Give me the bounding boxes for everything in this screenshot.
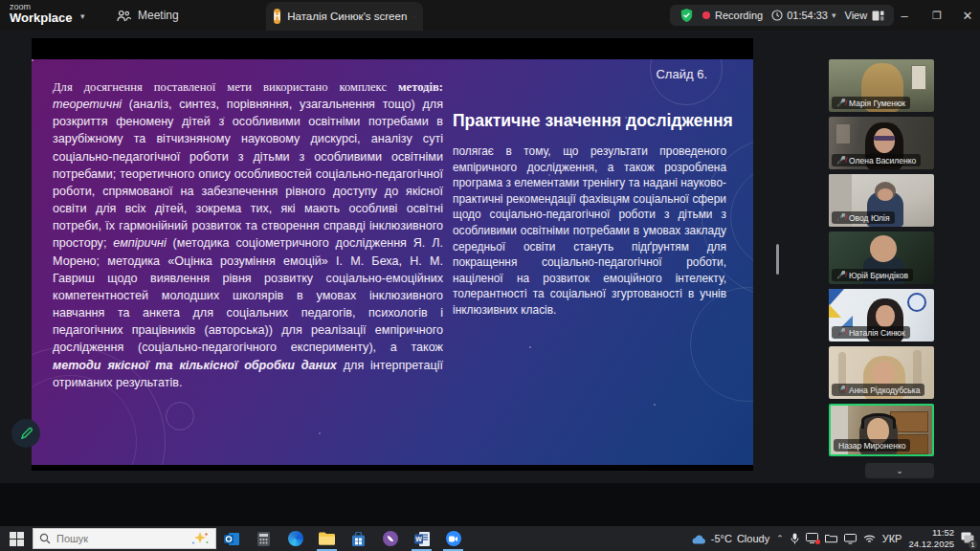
participant-tile[interactable]: 🎤̸ Овод Юлія — [829, 174, 934, 227]
tab-meeting[interactable]: Meeting — [107, 0, 189, 31]
pencil-icon — [19, 427, 33, 441]
participant-name: Овод Юлія — [849, 213, 890, 223]
taskbar-app-zoom[interactable] — [437, 526, 469, 551]
viewer-scrollbar[interactable] — [776, 244, 779, 275]
weather-condition: Cloudy — [737, 533, 769, 544]
tray-expand-chevron-icon[interactable]: ⌃ — [776, 534, 784, 543]
person-face — [876, 305, 895, 327]
outlook-icon — [224, 532, 240, 546]
tab-options-icon[interactable] — [413, 10, 415, 24]
search-icon — [39, 533, 51, 544]
minimize-button[interactable]: – — [890, 0, 919, 31]
taskbar-app-microsoft-store[interactable] — [343, 526, 374, 551]
notification-badge: 1 — [969, 540, 977, 549]
slide-star-decor — [32, 59, 33, 61]
title-bar: zoom Workplace ▾ Meeting Н Наталія Синюк… — [0, 0, 980, 31]
windows-taskbar: W -5°C Cloudy ⌃ — [0, 526, 980, 551]
taskbar-app-calculator[interactable] — [248, 526, 279, 551]
slide-right-column-text: полягає в тому, що результати проведеног… — [453, 143, 726, 319]
microsoft-store-icon — [351, 532, 366, 546]
zoom-meeting-window: zoom Workplace ▾ Meeting Н Наталія Синюк… — [0, 0, 980, 551]
recording-indicator[interactable]: Recording — [702, 10, 763, 21]
logo-decor — [907, 293, 926, 312]
tray-time: 11:52 — [932, 527, 954, 538]
participants-sidebar: 🎤̸ Марія Гуменюк 🎤̸ Олена Василенко — [819, 31, 980, 483]
participant-name: Олена Василенко — [849, 156, 916, 165]
close-button[interactable]: ✕ — [953, 0, 980, 31]
participant-name-tag: 🎤̸ Юрій Бриндіков — [832, 269, 913, 281]
participant-name-tag: 🎤̸ Анна Рідкодубська — [832, 384, 924, 396]
participant-tile-active-speaker[interactable]: Назар Мироненко — [829, 404, 934, 456]
meeting-toolbar: Audio ⌃ Video ⌃ 12 Participants ⌃ — [0, 483, 980, 526]
participant-tile[interactable]: 🎤̸ Марія Гуменюк — [829, 59, 934, 112]
participant-name-tag: Назар Мироненко — [834, 439, 910, 452]
tray-date: 24.12.2025 — [908, 539, 954, 549]
taskbar-app-viber[interactable] — [374, 526, 406, 551]
taskbar-app-outlook[interactable] — [216, 526, 248, 551]
maximize-button[interactable]: ❐ — [923, 0, 951, 31]
notification-center-button[interactable]: 1 — [961, 532, 974, 546]
timer-chevron-icon[interactable]: ▾ — [832, 11, 836, 20]
word-icon: W — [414, 532, 430, 546]
security-shield-icon[interactable] — [679, 8, 694, 23]
participant-name-tag: 🎤̸ Овод Юлія — [832, 211, 895, 224]
mic-muted-icon: 🎤̸ — [836, 214, 846, 222]
mic-muted-icon: 🎤̸ — [836, 386, 846, 394]
participant-name-tag: 🎤̸ Наталія Синюк — [832, 326, 910, 339]
file-explorer-icon — [319, 532, 335, 545]
annotate-button[interactable] — [11, 419, 40, 448]
workspace-chevron-icon[interactable]: ▾ — [80, 11, 85, 21]
windows-logo-icon — [10, 532, 24, 546]
screen-owner-avatar: Н — [274, 9, 280, 24]
taskbar-search[interactable] — [33, 528, 216, 549]
participant-tile[interactable]: 🎤̸ Юрій Бриндіков — [829, 231, 934, 284]
record-dot — [815, 540, 820, 544]
zoom-app-icon — [446, 531, 461, 546]
video-decor — [836, 124, 850, 143]
tab-shared-screen[interactable]: Н Наталія Синюк's screen — [266, 2, 423, 31]
participant-tile[interactable]: 🎤̸ Олена Василенко — [829, 117, 934, 169]
taskbar-app-edge[interactable] — [279, 526, 311, 551]
person-head — [870, 235, 897, 262]
copilot-sparkle-icon — [190, 531, 210, 546]
mic-muted-icon: 🎤̸ — [836, 99, 846, 107]
search-input[interactable] — [56, 533, 162, 544]
taskbar-app-word[interactable]: W — [406, 526, 437, 551]
tray-mic-icon[interactable] — [791, 533, 799, 544]
participant-name-tag: 🎤̸ Олена Василенко — [832, 154, 921, 166]
headphones-decor — [861, 413, 896, 429]
glasses-decor — [874, 136, 895, 141]
mosaic-decor — [829, 304, 841, 318]
shared-screen-viewer: Слайд 6. Для досягнення поставленої мети… — [0, 31, 819, 483]
taskbar-clock[interactable]: 11:52 24.12.2025 — [908, 527, 954, 550]
participant-name: Юрій Бриндіков — [849, 271, 908, 280]
participant-name: Наталія Синюк — [849, 328, 905, 338]
tab-meeting-label: Meeting — [138, 9, 179, 22]
language-indicator[interactable]: УКР — [882, 533, 902, 544]
tray-folder-icon[interactable] — [825, 534, 837, 543]
sidebar-collapse-button[interactable]: ⌄ — [865, 463, 934, 478]
mic-muted-icon: 🎤̸ — [836, 272, 846, 279]
slide-number: Слайд 6. — [656, 67, 707, 81]
taskbar-app-file-explorer[interactable] — [311, 526, 343, 551]
view-button[interactable]: View — [845, 10, 885, 21]
slide-decor-ring — [166, 402, 194, 430]
view-label: View — [845, 10, 868, 21]
view-layout-icon — [872, 11, 884, 21]
participant-tile[interactable]: 🎤̸ Анна Рідкодубська — [829, 346, 934, 399]
start-button[interactable] — [0, 526, 33, 551]
person-face — [878, 188, 893, 201]
meeting-status-pill: Recording 01:54:33 ▾ View — [670, 5, 894, 26]
clock-icon — [771, 10, 783, 21]
participant-name: Анна Рідкодубська — [849, 386, 920, 395]
calculator-icon — [257, 532, 270, 546]
network-signal-icon[interactable] — [863, 534, 876, 543]
tray-display-icon[interactable] — [844, 534, 857, 544]
weather-temp: -5°C — [711, 533, 732, 544]
participant-name-tag: 🎤̸ Марія Гуменюк — [832, 97, 910, 109]
meeting-timer[interactable]: 01:54:33 ▾ — [771, 10, 835, 21]
mic-muted-icon: 🎤̸ — [836, 329, 846, 337]
participant-tile[interactable]: 🎤̸ Наталія Синюк — [829, 289, 934, 342]
weather-widget[interactable]: -5°C Cloudy — [691, 533, 769, 544]
tray-screen-record-icon[interactable] — [806, 533, 818, 545]
